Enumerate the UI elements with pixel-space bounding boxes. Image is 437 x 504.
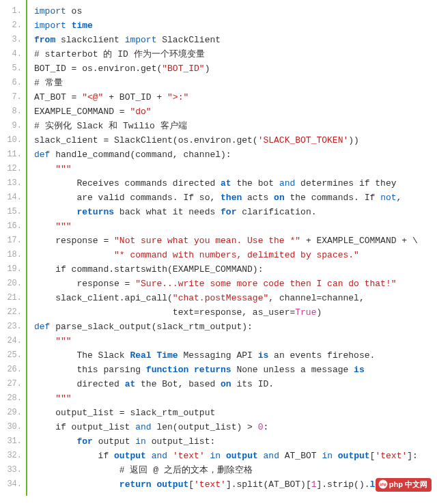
token-pln: ) bbox=[205, 64, 210, 74]
code-line: if command.startswith(EXAMPLE_COMMAND): bbox=[34, 262, 437, 277]
token-kwb: is bbox=[258, 350, 269, 361]
token-kw: not bbox=[380, 193, 396, 203]
code-line: BOT_ID = os.environ.get("BOT_ID") bbox=[34, 61, 437, 76]
token-pln: text=response, as_user= bbox=[34, 307, 295, 318]
watermark-badge: php php 中文网 bbox=[376, 478, 432, 492]
token-pln: # 实例化 Slack 和 Twilio 客户端 bbox=[34, 121, 187, 131]
line-number: 6. bbox=[0, 76, 26, 90]
token-pln: back what it needs bbox=[114, 207, 221, 217]
code-line: Receives commands directed at the bot an… bbox=[34, 176, 437, 191]
token-pln: if command.startswith(EXAMPLE_COMMAND): bbox=[34, 264, 263, 275]
code-line: are valid commands. If so, then acts on … bbox=[34, 191, 437, 205]
token-kw: in bbox=[135, 436, 146, 447]
line-number: 27. bbox=[0, 377, 26, 391]
token-kw: and bbox=[279, 178, 295, 188]
token-pln bbox=[333, 451, 338, 461]
line-number: 8. bbox=[0, 104, 26, 119]
token-pln: + BOT_ID + bbox=[103, 92, 167, 102]
token-pln: output bbox=[93, 436, 135, 447]
token-str: 'text' bbox=[194, 479, 226, 490]
token-pln: [ bbox=[188, 479, 194, 490]
token-str: "<@" bbox=[82, 92, 103, 102]
token-kwb: time bbox=[72, 20, 93, 31]
code-line: returns back what it needs for clarifica… bbox=[34, 205, 437, 219]
code-line: The Slack Real Time Messaging API is an … bbox=[34, 348, 437, 363]
code-line: # 返回 @ 之后的文本，删除空格 bbox=[34, 463, 437, 477]
token-kwb: Real Time bbox=[130, 350, 178, 361]
code-line: """ bbox=[34, 162, 437, 176]
token-pln: the commands. If bbox=[285, 193, 380, 203]
code-line: if output and 'text' in output and AT_BO… bbox=[34, 449, 437, 463]
token-pln: are valid commands. If so, bbox=[34, 193, 221, 203]
token-str: "Sure...write some more code then I can … bbox=[135, 279, 396, 289]
token-kwb: function returns bbox=[146, 365, 231, 375]
line-number: 12. bbox=[0, 162, 26, 176]
line-number: 10. bbox=[0, 133, 26, 148]
token-kwb: from bbox=[34, 35, 55, 45]
token-pln bbox=[34, 164, 55, 174]
token-lit: True bbox=[295, 307, 316, 318]
token-str: ">:" bbox=[167, 92, 188, 102]
token-kwb: output bbox=[338, 451, 370, 461]
token-pln: response = bbox=[34, 236, 114, 246]
token-kw: in bbox=[322, 451, 333, 461]
token-pln: AT_BOT = bbox=[34, 92, 82, 102]
token-str: """ bbox=[55, 393, 71, 404]
line-number: 26. bbox=[0, 363, 26, 377]
line-number: 33. bbox=[0, 463, 26, 477]
token-pln bbox=[146, 451, 152, 461]
code-line: text=response, as_user=True) bbox=[34, 305, 437, 320]
code-line: AT_BOT = "<@" + BOT_ID + ">:" bbox=[34, 90, 437, 104]
line-number: 11. bbox=[0, 148, 26, 162]
line-number: 17. bbox=[0, 234, 26, 248]
token-pln: # starterbot 的 ID 作为一个环境变量 bbox=[34, 49, 205, 59]
token-kw: and bbox=[152, 451, 167, 461]
token-kw: import bbox=[34, 6, 66, 16]
code-area: import osimport timefrom slackclient imp… bbox=[27, 0, 437, 496]
line-number: 7. bbox=[0, 90, 26, 104]
line-number: 31. bbox=[0, 434, 26, 449]
token-pln: + EXAMPLE_COMMAND + \ bbox=[300, 236, 418, 246]
line-number: 5. bbox=[0, 61, 26, 76]
token-str: "* command with numbers, delimited by sp… bbox=[114, 250, 359, 260]
token-kwb: is bbox=[354, 365, 365, 375]
token-kwb: on bbox=[221, 379, 231, 389]
gutter: 1.2.3.4.5.6.7.8.9.10.11.12.13.14.15.16.1… bbox=[0, 0, 27, 496]
line-number: 14. bbox=[0, 191, 26, 205]
code-line: for output in output_list: bbox=[34, 434, 437, 449]
token-lit: 1 bbox=[311, 479, 317, 490]
line-number: 13. bbox=[0, 176, 26, 191]
token-pln bbox=[258, 451, 264, 461]
line-number: 18. bbox=[0, 248, 26, 262]
token-pln: its ID. bbox=[231, 379, 274, 389]
token-pln: AT_BOT bbox=[279, 451, 322, 461]
token-str: 'text' bbox=[173, 451, 205, 461]
token-pln: output_list = slack_rtm_output bbox=[34, 408, 215, 418]
token-pln: handle_command(command, channel): bbox=[50, 150, 231, 160]
line-number: 16. bbox=[0, 219, 26, 234]
token-pln bbox=[34, 336, 55, 346]
token-kwb: output bbox=[226, 451, 258, 461]
token-pln: BOT_ID = os.environ.get( bbox=[34, 64, 162, 74]
token-pln bbox=[34, 207, 76, 217]
token-kwb: return output bbox=[119, 479, 188, 490]
line-number: 22. bbox=[0, 305, 26, 320]
token-pln bbox=[167, 451, 173, 461]
token-pln: SlackClient bbox=[156, 35, 221, 45]
token-pln: an events firehose. bbox=[268, 350, 375, 361]
code-line: def handle_command(command, channel): bbox=[34, 148, 437, 162]
token-pln: if bbox=[34, 451, 114, 461]
code-line: # 常量 bbox=[34, 76, 437, 90]
code-line: slack_client.api_call("chat.postMessage"… bbox=[34, 291, 437, 305]
code-line: """ bbox=[34, 391, 437, 406]
code-line: slack_client = SlackClient(os.environ.ge… bbox=[34, 133, 437, 148]
token-kwb: for bbox=[221, 207, 236, 217]
token-pln bbox=[205, 451, 210, 461]
line-number: 19. bbox=[0, 262, 26, 277]
token-kw: and bbox=[264, 451, 279, 461]
token-str: 'text' bbox=[375, 451, 407, 461]
code-line: this parsing function returns None unles… bbox=[34, 363, 437, 377]
line-number: 28. bbox=[0, 391, 26, 406]
token-kwb: on bbox=[274, 193, 285, 203]
token-str: "chat.postMessage" bbox=[173, 293, 268, 303]
